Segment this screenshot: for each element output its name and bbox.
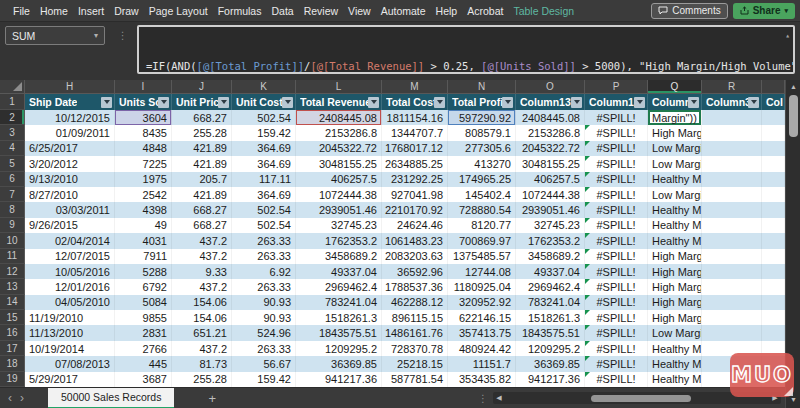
cell-M17[interactable]: 728370.78	[382, 341, 448, 356]
cell-O13[interactable]: 2969462.4	[516, 279, 585, 294]
cell-M12[interactable]: 36592.96	[382, 264, 448, 279]
column-header-H[interactable]: H	[25, 80, 115, 94]
cell-L10[interactable]: 1762353.2	[296, 233, 382, 248]
row-header-8[interactable]: 8	[0, 202, 25, 217]
filter-button-column3[interactable]	[748, 97, 759, 108]
row-header-2[interactable]: 2	[0, 110, 25, 125]
cell-L14[interactable]: 783241.04	[296, 295, 382, 310]
cell-Q17[interactable]: Healthy Margin	[648, 341, 702, 356]
row-header-11[interactable]: 11	[0, 249, 25, 264]
cell-H12[interactable]: 10/05/2016	[25, 264, 115, 279]
cell-J3[interactable]: 255.28	[172, 125, 232, 140]
cell-O12[interactable]: 49337.04	[516, 264, 585, 279]
cell-P13[interactable]: #SPILL!	[585, 279, 648, 294]
cell-K6[interactable]: 117.11	[232, 172, 296, 187]
filter-button-column13[interactable]	[571, 97, 582, 108]
cell-Q6[interactable]: Healthy Margin	[648, 172, 702, 187]
cell-partial-14[interactable]	[762, 295, 785, 310]
filter-button-column2[interactable]	[688, 97, 699, 108]
header-cell-column2[interactable]: Column2	[648, 94, 702, 110]
cell-L15[interactable]: 1518261.3	[296, 310, 382, 325]
scroll-up-icon[interactable]: ▲	[786, 80, 800, 93]
cell-partial-16[interactable]	[762, 325, 785, 340]
cell-K7[interactable]: 364.69	[232, 187, 296, 202]
cell-R11[interactable]	[702, 249, 762, 264]
cell-J6[interactable]: 205.7	[172, 172, 232, 187]
cell-J2[interactable]: 668.27	[172, 110, 232, 125]
cell-Q19[interactable]: Healthy Margin	[648, 372, 702, 387]
cell-partial-13[interactable]	[762, 279, 785, 294]
cell-K17[interactable]: 263.33	[232, 341, 296, 356]
cell-J16[interactable]: 651.21	[172, 325, 232, 340]
ribbon-tab-view[interactable]: View	[343, 5, 376, 17]
cell-O10[interactable]: 1762353.2	[516, 233, 585, 248]
cell-N9[interactable]: 8120.77	[448, 218, 516, 233]
cell-partial-4[interactable]	[762, 141, 785, 156]
cell-H3[interactable]: 01/09/2011	[25, 125, 115, 140]
cell-N14[interactable]: 320952.92	[448, 295, 516, 310]
cell-L8[interactable]: 2939051.46	[296, 202, 382, 217]
share-dropdown-icon[interactable]: ▾	[784, 7, 788, 14]
cell-I15[interactable]: 9855	[115, 310, 172, 325]
cell-Q10[interactable]: Healthy Margin	[648, 233, 702, 248]
cell-partial-2[interactable]	[762, 110, 785, 125]
row-header-13[interactable]: 13	[0, 279, 25, 294]
cell-L5[interactable]: 3048155.25	[296, 156, 382, 171]
header-cell-partial[interactable]: Col	[762, 94, 785, 110]
row-header-5[interactable]: 5	[0, 156, 25, 171]
cell-H5[interactable]: 3/20/2012	[25, 156, 115, 171]
column-header-N[interactable]: N	[448, 80, 516, 94]
name-box-dropdown-icon[interactable]: ▾	[94, 31, 98, 40]
cell-L11[interactable]: 3458689.2	[296, 249, 382, 264]
cell-L17[interactable]: 1209295.2	[296, 341, 382, 356]
header-cell-unit-cost[interactable]: Unit Cost	[232, 94, 296, 110]
cell-H9[interactable]: 9/26/2015	[25, 218, 115, 233]
cell-partial-3[interactable]	[762, 125, 785, 140]
cell-R16[interactable]	[702, 325, 762, 340]
cell-partial-5[interactable]	[762, 156, 785, 171]
cell-H16[interactable]: 11/13/2010	[25, 325, 115, 340]
cell-Q3[interactable]: High Margin/High Volume	[648, 125, 702, 140]
cell-L16[interactable]: 1843575.51	[296, 325, 382, 340]
cell-M18[interactable]: 25218.15	[382, 356, 448, 371]
cell-N18[interactable]: 11151.7	[448, 356, 516, 371]
cell-L7[interactable]: 1072444.38	[296, 187, 382, 202]
cell-M10[interactable]: 1061483.23	[382, 233, 448, 248]
cell-I8[interactable]: 4398	[115, 202, 172, 217]
cell-O6[interactable]: 406257.5	[516, 172, 585, 187]
cell-P12[interactable]: #SPILL!	[585, 264, 648, 279]
cell-I11[interactable]: 7911	[115, 249, 172, 264]
cell-P4[interactable]: #SPILL!	[585, 141, 648, 156]
cell-K11[interactable]: 263.33	[232, 249, 296, 264]
cell-J5[interactable]: 421.89	[172, 156, 232, 171]
cell-Q18[interactable]: Healthy Margin	[648, 356, 702, 371]
row-header-15[interactable]: 15	[0, 310, 25, 325]
filter-button-ship-date[interactable]	[101, 97, 112, 108]
column-header-P[interactable]: P	[585, 80, 648, 94]
row-header-14[interactable]: 14	[0, 295, 25, 310]
column-header-I[interactable]: I	[115, 80, 172, 94]
cell-O15[interactable]: 1518261.3	[516, 310, 585, 325]
ribbon-tab-table-design[interactable]: Table Design	[508, 5, 579, 17]
ribbon-tab-help[interactable]: Help	[431, 5, 463, 17]
cell-K9[interactable]: 502.54	[232, 218, 296, 233]
cell-N5[interactable]: 413270	[448, 156, 516, 171]
cell-partial-11[interactable]	[762, 249, 785, 264]
cell-N10[interactable]: 700869.97	[448, 233, 516, 248]
add-sheet-icon[interactable]: +	[208, 391, 216, 406]
cell-K10[interactable]: 263.33	[232, 233, 296, 248]
cell-L3[interactable]: 2153286.8	[296, 125, 382, 140]
header-cell-total-profit[interactable]: Total Profit	[448, 94, 516, 110]
ribbon-tab-draw[interactable]: Draw	[109, 5, 144, 17]
cell-Q14[interactable]: High Margin/High Volume	[648, 295, 702, 310]
cell-R14[interactable]	[702, 295, 762, 310]
row-header-1[interactable]: 1	[0, 94, 25, 110]
cell-P2[interactable]: #SPILL!	[585, 110, 648, 125]
ribbon-tab-home[interactable]: Home	[35, 5, 73, 17]
cell-I6[interactable]: 1975	[115, 172, 172, 187]
cell-L18[interactable]: 36369.85	[296, 356, 382, 371]
cell-H17[interactable]: 10/19/2014	[25, 341, 115, 356]
header-cell-units-sold[interactable]: Units Sold	[115, 94, 172, 110]
cell-partial-12[interactable]	[762, 264, 785, 279]
cell-J8[interactable]: 668.27	[172, 202, 232, 217]
